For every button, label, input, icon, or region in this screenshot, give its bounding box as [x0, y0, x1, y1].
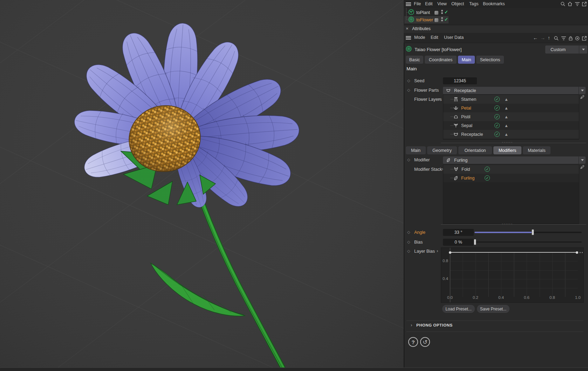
- phong-options-section[interactable]: PHONG OPTIONS: [416, 323, 453, 327]
- list-item[interactable]: Stamen ✓ ▲: [443, 95, 579, 104]
- object-toplant-label[interactable]: toPlant: [416, 10, 430, 15]
- enabled-check-icon[interactable]: ✓: [485, 175, 490, 181]
- home-icon[interactable]: [567, 1, 573, 7]
- lock-icon[interactable]: [568, 36, 573, 41]
- resize-grip-dots[interactable]: ······: [502, 222, 513, 226]
- receptacle-icon: [446, 88, 451, 93]
- resize-grip[interactable]: [441, 143, 586, 143]
- layer-bias-curve-editor[interactable]: 0.8 0.4 0.0 0.2 0.4 0.6 0.8 1.0: [441, 247, 584, 303]
- search-icon[interactable]: [560, 1, 566, 7]
- triangle-icon[interactable]: ▲: [504, 124, 508, 128]
- close-icon[interactable]: ×: [406, 26, 409, 31]
- filter-icon[interactable]: [561, 36, 566, 41]
- viewport-3d[interactable]: [0, 0, 404, 368]
- list-item[interactable]: Sepal ✓ ▲: [443, 121, 579, 130]
- external-link-icon[interactable]: [582, 36, 587, 41]
- enabled-check-icon[interactable]: ✓: [485, 167, 490, 172]
- subtab-materials[interactable]: Materials: [523, 146, 551, 154]
- plant-object-icon: [408, 9, 414, 15]
- search-icon[interactable]: [554, 36, 559, 41]
- object-toflower-label[interactable]: toFlower: [416, 18, 433, 22]
- chevron-right-icon[interactable]: ›: [437, 248, 438, 253]
- resize-grip-dots[interactable]: ······: [502, 140, 513, 144]
- enabled-check-icon[interactable]: ✓: [444, 10, 448, 14]
- attributes-hamburger-icon[interactable]: [406, 36, 411, 37]
- subtab-geometry[interactable]: Geometry: [427, 146, 457, 154]
- modifier-dropdown[interactable]: Furling: [443, 156, 579, 164]
- attr-menu-mode[interactable]: Mode: [414, 35, 425, 40]
- visibility-dots-icon[interactable]: [441, 17, 443, 19]
- curve-point-start[interactable]: [449, 251, 451, 254]
- enabled-check-icon[interactable]: ✓: [494, 132, 500, 137]
- seed-input[interactable]: 12345: [443, 77, 477, 84]
- load-preset-button[interactable]: Load Preset...: [442, 305, 475, 313]
- reset-button[interactable]: ↺: [420, 337, 430, 347]
- diamond-icon: ◇: [407, 240, 410, 244]
- help-button[interactable]: ?: [408, 337, 418, 347]
- triangle-icon[interactable]: ▲: [504, 132, 508, 136]
- subtab-orientation[interactable]: Orientation: [458, 146, 492, 154]
- menu-file[interactable]: File: [414, 1, 421, 6]
- bias-slider-handle[interactable]: [474, 239, 476, 245]
- list-item[interactable]: Fold ✓: [443, 165, 579, 174]
- x-tick-label: 0.2: [470, 295, 481, 300]
- chevron-right-icon[interactable]: ›: [439, 97, 440, 101]
- attr-menu-edit[interactable]: Edit: [431, 35, 438, 40]
- tab-main[interactable]: Main: [458, 56, 475, 64]
- layer-label: Sepal: [461, 123, 472, 128]
- external-link-icon[interactable]: [582, 1, 587, 7]
- preset-dropdown-button[interactable]: [579, 46, 587, 54]
- menu-bookmarks[interactable]: Bookmarks: [483, 1, 505, 6]
- tab-coordinates[interactable]: Coordinates: [425, 56, 457, 64]
- visibility-dots-icon[interactable]: [441, 10, 443, 12]
- menu-object[interactable]: Object: [451, 1, 464, 6]
- tab-basic[interactable]: Basic: [406, 56, 423, 64]
- menu-view[interactable]: View: [437, 1, 447, 6]
- triangle-icon[interactable]: ▲: [504, 106, 508, 110]
- curve-point-end[interactable]: [576, 251, 578, 254]
- list-item[interactable]: Pistil ✓ ▲: [443, 112, 579, 121]
- enabled-check-icon[interactable]: ✓: [494, 114, 500, 119]
- menu-tags[interactable]: Tags: [469, 1, 478, 6]
- enabled-check-icon[interactable]: ✓: [494, 105, 500, 111]
- flower-parts-value: Receptacle: [454, 88, 476, 93]
- target-icon[interactable]: [575, 36, 580, 41]
- enabled-check-icon[interactable]: ✓: [444, 17, 448, 22]
- resize-grip[interactable]: [441, 224, 586, 225]
- pen-icon[interactable]: [580, 94, 585, 99]
- triangle-icon[interactable]: ▲: [504, 115, 508, 119]
- forward-icon[interactable]: →: [540, 35, 545, 41]
- furling-leaf-icon: [453, 175, 459, 181]
- preset-dropdown[interactable]: Custom: [545, 46, 584, 54]
- display-tag-icon[interactable]: [435, 11, 438, 15]
- angle-input[interactable]: 33 °: [443, 229, 474, 236]
- triangle-icon[interactable]: ▲: [504, 97, 508, 102]
- attr-menu-userdata[interactable]: User Data: [444, 35, 464, 40]
- filter-icon[interactable]: [575, 2, 580, 6]
- list-item[interactable]: Receptacle ✓ ▲: [443, 130, 579, 139]
- up-icon[interactable]: ↑: [548, 35, 550, 41]
- attributes-title-bar: [404, 25, 588, 34]
- tab-selections[interactable]: Selections: [476, 56, 504, 64]
- y-tick-label: 0.8: [441, 259, 448, 263]
- list-item[interactable]: Petal ✓ ▲: [443, 104, 579, 112]
- bias-slider[interactable]: [474, 241, 582, 243]
- subtab-main[interactable]: Main: [406, 146, 426, 154]
- modifier-dropdown-button[interactable]: [579, 156, 586, 164]
- list-item[interactable]: Furling ✓: [443, 174, 579, 182]
- display-tag-icon[interactable]: [435, 18, 438, 22]
- subtab-modifiers[interactable]: Modifiers: [493, 146, 521, 154]
- save-preset-button[interactable]: Save Preset...: [477, 305, 510, 313]
- angle-slider-handle[interactable]: [532, 229, 534, 235]
- back-icon[interactable]: ←: [533, 35, 538, 41]
- enabled-check-icon[interactable]: ✓: [494, 123, 500, 128]
- bias-input[interactable]: 0 %: [443, 239, 474, 246]
- pen-icon[interactable]: [580, 164, 585, 169]
- menu-hamburger-icon[interactable]: [406, 2, 411, 3]
- chevron-right-icon[interactable]: ›: [411, 323, 412, 327]
- flower-parts-dropdown[interactable]: Receptacle: [443, 87, 579, 94]
- flower-parts-dropdown-button[interactable]: [579, 87, 586, 94]
- menu-edit[interactable]: Edit: [425, 1, 433, 6]
- x-tick-label: 0.6: [521, 295, 532, 300]
- enabled-check-icon[interactable]: ✓: [494, 97, 500, 102]
